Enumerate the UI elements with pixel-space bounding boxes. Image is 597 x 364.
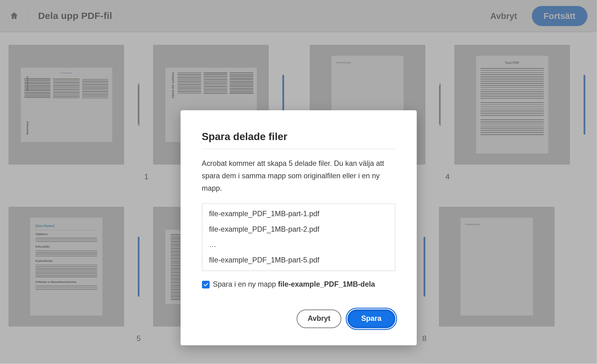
output-file-list: file-example_PDF_1MB-part-1.pdf file-exa… bbox=[202, 203, 395, 271]
save-in-folder-checkbox[interactable] bbox=[202, 281, 210, 289]
check-icon bbox=[203, 281, 209, 287]
save-split-files-dialog: Spara delade filer Acrobat kommer att sk… bbox=[180, 110, 417, 345]
list-item: … bbox=[209, 240, 388, 249]
dialog-description: Acrobat kommer att skapa 5 delade filer.… bbox=[202, 158, 395, 195]
checkbox-label: Spara i en ny mapp bbox=[213, 280, 278, 288]
list-item: file-example_PDF_1MB-part-5.pdf bbox=[209, 256, 388, 265]
folder-name: file-example_PDF_1MB-dela bbox=[278, 280, 375, 288]
list-item: file-example_PDF_1MB-part-1.pdf bbox=[209, 210, 388, 218]
list-item: file-example_PDF_1MB-part-2.pdf bbox=[209, 225, 388, 234]
dialog-save-button[interactable]: Spara bbox=[348, 309, 395, 328]
dialog-cancel-button[interactable]: Avbryt bbox=[297, 309, 342, 328]
dialog-divider bbox=[202, 149, 395, 149]
dialog-title: Spara delade filer bbox=[202, 131, 395, 143]
